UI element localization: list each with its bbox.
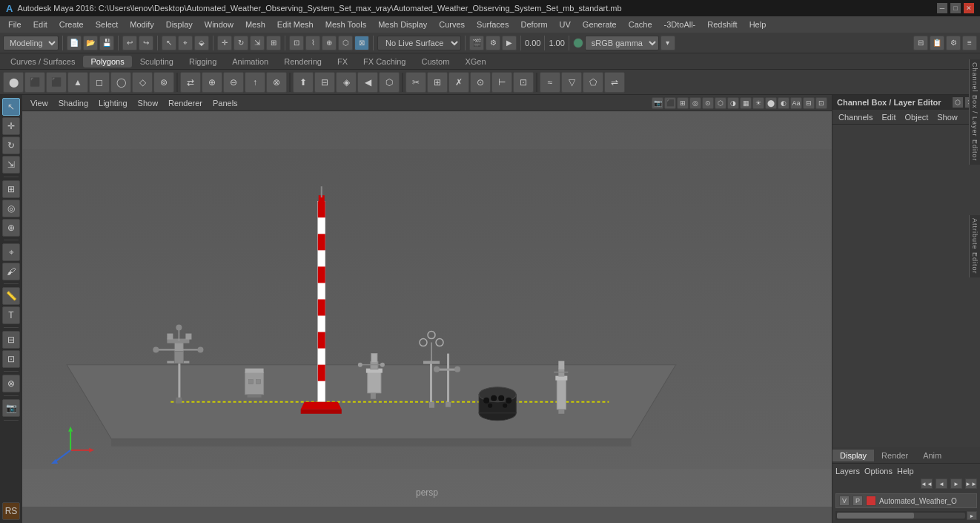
shelf-extract[interactable]: ↑ <box>245 72 265 93</box>
outliner-icon[interactable]: ≡ <box>962 36 977 50</box>
menu-edit[interactable]: Edit <box>28 19 53 30</box>
tab-fx[interactable]: FX <box>330 56 355 68</box>
move-tool-btn[interactable]: ✛ <box>2 117 20 135</box>
tab-rigging[interactable]: Rigging <box>182 56 224 68</box>
layer-arrow-first[interactable]: ◄◄ <box>921 478 933 489</box>
menu-window[interactable]: Window <box>199 19 239 30</box>
vp-wireframe-btn[interactable]: ⬡ <box>715 97 726 109</box>
color-space-dropdown[interactable]: sRGB gamma <box>585 36 659 50</box>
soft-select-btn[interactable]: ◎ <box>2 200 20 217</box>
layer-row[interactable]: V P Automated_Weather_O <box>835 493 977 508</box>
viewport-canvas[interactable]: persp <box>22 111 832 507</box>
shelf-ring-select[interactable]: ⊞ <box>427 72 448 93</box>
viewport[interactable]: View Shading Lighting Show Renderer Pane… <box>22 95 832 523</box>
snap-curve-btn[interactable]: ⌇ <box>305 36 320 50</box>
menu-surfaces[interactable]: Surfaces <box>471 19 514 30</box>
ch-menu-show[interactable]: Show <box>934 112 961 122</box>
snap-point-btn[interactable]: ⊕ <box>322 36 337 50</box>
show-manip-btn[interactable]: ⊕ <box>2 219 20 237</box>
menu-mesh[interactable]: Mesh <box>240 19 271 30</box>
layer-arrow-next[interactable]: ► <box>950 478 962 489</box>
shelf-separate[interactable]: ⊖ <box>223 72 244 93</box>
attribute-editor-icon[interactable]: 📋 <box>930 36 944 50</box>
vp-xray-btn[interactable]: ⊙ <box>702 97 714 109</box>
menu-help[interactable]: Help <box>744 19 772 30</box>
render-btn[interactable]: 🎬 <box>469 36 484 50</box>
vp-all-lights-btn[interactable]: ☀ <box>752 97 764 109</box>
render-settings-btn[interactable]: ⚙ <box>486 36 500 50</box>
shelf-loop-cut[interactable]: ✂ <box>405 72 426 93</box>
vp-grid-btn[interactable]: ⊡ <box>815 97 827 109</box>
tab-rendering[interactable]: Rendering <box>277 56 329 68</box>
shelf-prism[interactable]: ◇ <box>132 72 153 93</box>
shelf-combine[interactable]: ⊕ <box>202 72 222 93</box>
shelf-target-weld[interactable]: ⊙ <box>470 72 491 93</box>
tab-anim[interactable]: Anim <box>916 450 949 461</box>
snap-together-btn[interactable]: ⊗ <box>2 375 20 392</box>
color-swatch[interactable] <box>573 38 583 48</box>
camera-btn[interactable]: 📷 <box>2 399 20 417</box>
layer-playback-btn[interactable]: P <box>852 496 863 506</box>
vp-film-gate-btn[interactable]: ⬛ <box>664 97 676 109</box>
title-bar-controls[interactable]: ─ □ ✕ <box>937 3 974 13</box>
shelf-mirror[interactable]: ⇄ <box>180 72 201 93</box>
scale-tool-btn[interactable]: ⇲ <box>2 156 20 174</box>
rotate-btn[interactable]: ↻ <box>234 36 248 50</box>
shelf-extrude[interactable]: ⬆ <box>293 72 314 93</box>
vp-menu-shading[interactable]: Shading <box>55 97 92 109</box>
menu-3dtoall[interactable]: -3DtoAll- <box>659 19 701 30</box>
menu-select[interactable]: Select <box>90 19 124 30</box>
paint-select-btn[interactable]: 🖌 <box>2 263 20 280</box>
shelf-cube[interactable]: ⬛ <box>24 72 45 93</box>
tab-curves-surfaces[interactable]: Curves / Surfaces <box>3 56 82 68</box>
frame-sel-btn[interactable]: ⊡ <box>2 350 20 368</box>
color-space-expand[interactable]: ▾ <box>660 36 675 50</box>
vp-camera-btn[interactable]: 📷 <box>652 97 663 109</box>
shelf-pipe[interactable]: ⊚ <box>153 72 174 93</box>
vp-hud-btn[interactable]: ⊟ <box>803 97 815 109</box>
shelf-offset[interactable]: ⊡ <box>513 72 534 93</box>
snap-surface-btn[interactable]: ⬡ <box>338 36 353 50</box>
shelf-reduce[interactable]: ▽ <box>561 72 582 93</box>
maximize-button[interactable]: □ <box>950 3 961 13</box>
scale-btn[interactable]: ⇲ <box>250 36 265 50</box>
menu-file[interactable]: File <box>3 19 27 30</box>
vp-texture-btn[interactable]: ▦ <box>740 97 752 109</box>
tool-settings-icon[interactable]: ⚙ <box>946 36 961 50</box>
tab-render[interactable]: Render <box>874 450 916 461</box>
shelf-plane[interactable]: ◻ <box>89 72 110 93</box>
shelf-wedge[interactable]: ◀ <box>357 72 378 93</box>
shelf-smooth[interactable]: ≈ <box>540 72 560 93</box>
redo-btn[interactable]: ↪ <box>139 36 153 50</box>
move-btn[interactable]: ✛ <box>217 36 232 50</box>
layer-scroll-thumb[interactable] <box>837 513 914 519</box>
menu-create[interactable]: Create <box>54 19 89 30</box>
universal-manip-btn[interactable]: ⊞ <box>2 180 20 198</box>
tab-display[interactable]: Display <box>832 450 874 461</box>
ch-menu-edit[interactable]: Edit <box>878 112 898 122</box>
shelf-fill-hole[interactable]: ◈ <box>336 72 357 93</box>
channel-box-side-tab[interactable]: Channel Box / Layer Editor <box>969 59 980 165</box>
menu-deform[interactable]: Deform <box>515 19 552 30</box>
layer-menu-help[interactable]: Help <box>897 467 914 476</box>
menu-redshift[interactable]: Redshift <box>702 19 742 30</box>
menu-mesh-tools[interactable]: Mesh Tools <box>320 19 371 30</box>
vp-menu-view[interactable]: View <box>27 97 52 109</box>
vp-shadow-btn[interactable]: ⬤ <box>765 97 777 109</box>
vp-isolate-btn[interactable]: ◎ <box>689 97 701 109</box>
layer-arrow-last[interactable]: ►► <box>965 478 977 489</box>
paint-btn[interactable]: ⬙ <box>194 36 209 50</box>
snap-grid-btn[interactable]: ⊡ <box>289 36 304 50</box>
ipr-btn[interactable]: ▶ <box>502 36 517 50</box>
layer-menu-options[interactable]: Options <box>864 467 893 476</box>
open-file-btn[interactable]: 📂 <box>83 36 98 50</box>
shelf-cylinder[interactable]: ⬛ <box>46 72 67 93</box>
ch-menu-object[interactable]: Object <box>901 112 931 122</box>
menu-edit-mesh[interactable]: Edit Mesh <box>272 19 319 30</box>
ch-menu-channels[interactable]: Channels <box>835 112 875 122</box>
grid-btn[interactable]: ⊟ <box>2 331 20 349</box>
tab-custom[interactable]: Custom <box>414 56 457 68</box>
vp-aa-btn[interactable]: Aa <box>790 97 802 109</box>
shelf-torus[interactable]: ◯ <box>110 72 131 93</box>
live-surface-dropdown[interactable]: No Live Surface <box>377 36 461 50</box>
